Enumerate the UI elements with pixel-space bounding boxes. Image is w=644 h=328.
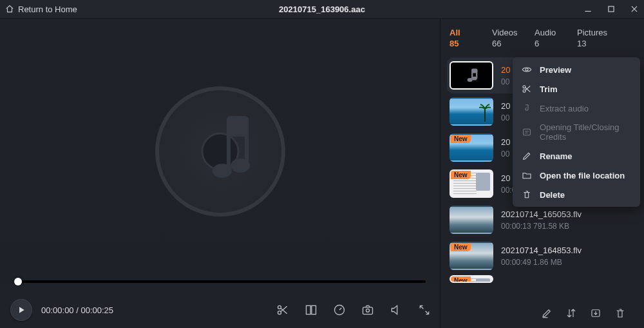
context-label: Preview xyxy=(540,65,571,75)
svg-rect-24 xyxy=(524,129,531,135)
tab-label: Pictures xyxy=(577,28,620,37)
speed-icon[interactable] xyxy=(333,304,346,316)
new-badge: New xyxy=(451,276,471,283)
media-name: 20210714_164853.flv xyxy=(501,246,582,255)
sort-icon[interactable] xyxy=(565,307,577,319)
play-icon xyxy=(17,305,26,314)
tab-audio[interactable]: Audio 6 xyxy=(535,28,577,48)
media-item[interactable]: New xyxy=(447,274,638,284)
audio-icon xyxy=(522,103,532,113)
svg-rect-0 xyxy=(609,6,614,12)
new-badge: New xyxy=(451,243,471,251)
side-toolbar xyxy=(440,298,644,328)
scissors-icon xyxy=(522,84,532,94)
maximize-icon[interactable] xyxy=(607,5,616,14)
return-home-label: Return to Home xyxy=(18,5,77,14)
svg-point-14 xyxy=(366,309,370,312)
return-home-button[interactable]: Return to Home xyxy=(5,5,77,14)
tab-label: All xyxy=(450,28,492,37)
context-extract-audio: Extract audio xyxy=(513,99,640,118)
snapshot-icon[interactable] xyxy=(361,304,374,316)
new-badge: New xyxy=(451,171,471,179)
media-thumb-doc: New xyxy=(450,169,493,198)
import-icon[interactable] xyxy=(590,307,601,319)
edit-icon[interactable] xyxy=(541,307,553,319)
media-name: 20 xyxy=(501,137,510,147)
scissors-icon[interactable] xyxy=(276,304,289,316)
tab-videos[interactable]: Videos 66 xyxy=(492,28,535,48)
media-sub: 00 xyxy=(501,150,510,159)
tab-all[interactable]: All 85 xyxy=(450,28,492,48)
minimize-icon[interactable] xyxy=(583,5,592,14)
compare-icon[interactable] xyxy=(305,304,317,316)
context-delete[interactable]: Delete xyxy=(513,185,640,204)
time-separator: / xyxy=(74,305,81,315)
category-tabs: All 85 Videos 66 Audio 6 Pictures 13 xyxy=(440,19,644,55)
media-item[interactable]: New 20210714_164853.flv 00:00:49 1.86 MB xyxy=(447,238,638,274)
media-sub: 00 xyxy=(501,77,510,86)
home-icon xyxy=(5,5,14,14)
context-label: Delete xyxy=(540,190,565,200)
volume-icon[interactable] xyxy=(390,304,402,316)
svg-point-8 xyxy=(278,305,281,309)
svg-point-9 xyxy=(278,311,281,314)
context-trim[interactable]: Trim xyxy=(513,79,640,99)
progress-thumb[interactable] xyxy=(14,278,22,285)
extra-controls xyxy=(276,304,431,316)
tab-count: 85 xyxy=(450,39,492,48)
media-thumb-video xyxy=(450,97,493,126)
playback-controls: 00:00:00 / 00:00:25 xyxy=(0,292,440,328)
folder-icon xyxy=(522,170,532,180)
media-name: 20210714_165053.flv xyxy=(501,209,582,219)
new-badge: New xyxy=(451,135,471,143)
svg-point-22 xyxy=(523,86,526,88)
svg-rect-5 xyxy=(245,119,249,164)
titles-icon xyxy=(522,127,532,137)
palm-icon xyxy=(479,102,491,123)
media-meta: 20210714_165053.flv 00:00:13 791.58 KB xyxy=(501,209,582,231)
context-label: Trim xyxy=(540,84,557,94)
context-titles: Opening Title/Closing Credits xyxy=(513,118,640,146)
tab-count: 6 xyxy=(535,39,577,48)
context-rename[interactable]: Rename xyxy=(513,146,640,166)
svg-point-23 xyxy=(523,90,526,92)
context-preview[interactable]: Preview xyxy=(513,60,640,79)
media-thumb-audio xyxy=(450,61,493,90)
media-sub: 00:00:49 1.86 MB xyxy=(501,258,582,267)
play-button[interactable] xyxy=(10,299,32,321)
tab-label: Videos xyxy=(492,28,535,37)
tab-pictures[interactable]: Pictures 13 xyxy=(577,28,620,48)
media-meta: 20 00 xyxy=(501,137,510,159)
media-item[interactable]: 20210714_165053.flv 00:00:13 791.58 KB xyxy=(447,202,638,238)
context-label: Open the file location xyxy=(540,171,625,180)
music-icon xyxy=(462,66,480,84)
pencil-icon xyxy=(522,151,532,161)
svg-rect-13 xyxy=(363,307,373,314)
eye-icon xyxy=(522,64,532,75)
svg-point-21 xyxy=(526,68,528,71)
media-thumb-video xyxy=(450,206,493,234)
svg-point-18 xyxy=(468,78,473,82)
context-label: Extract audio xyxy=(540,104,589,113)
total-time: 00:00:25 xyxy=(80,305,113,315)
trash-icon xyxy=(522,189,532,200)
media-sub: 00:00:13 791.58 KB xyxy=(501,222,582,231)
svg-rect-4 xyxy=(227,119,231,169)
progress-bar[interactable] xyxy=(0,280,440,292)
context-open-location[interactable]: Open the file location xyxy=(513,166,640,185)
media-meta: 20 00 xyxy=(501,101,510,122)
svg-point-6 xyxy=(213,164,232,178)
context-label: Opening Title/Closing Credits xyxy=(540,122,631,142)
fullscreen-icon[interactable] xyxy=(418,304,431,316)
current-time: 00:00:00 xyxy=(41,305,74,315)
close-icon[interactable] xyxy=(630,5,639,14)
svg-point-19 xyxy=(472,77,477,81)
context-menu: Preview Trim Extract audio Opening Title… xyxy=(513,57,640,207)
time-display: 00:00:00 / 00:00:25 xyxy=(41,305,113,315)
svg-rect-11 xyxy=(312,305,316,314)
media-thumb-video: New xyxy=(450,242,493,270)
window-controls xyxy=(583,5,639,14)
trash-icon[interactable] xyxy=(614,307,626,319)
preview-area xyxy=(0,19,440,284)
media-thumb-video: New xyxy=(450,133,493,162)
